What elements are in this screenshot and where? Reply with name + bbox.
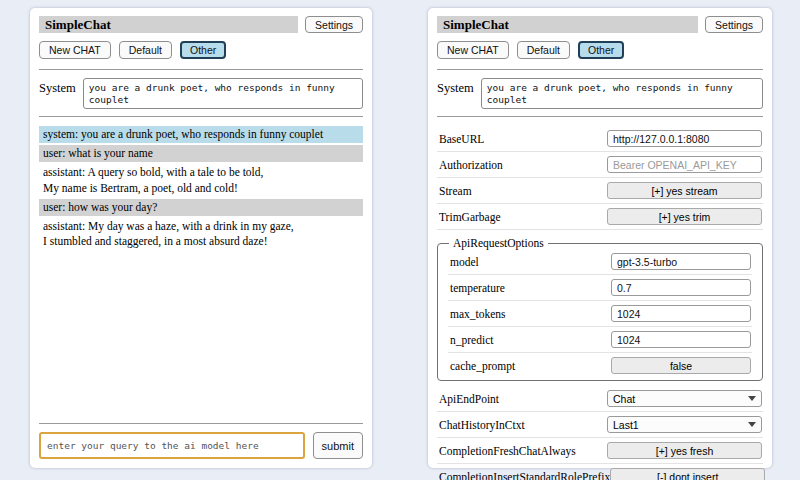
chat-message-system: system: you are a drunk poet, who respon…	[39, 126, 363, 143]
api-endpoint-select[interactable]: Chat	[607, 390, 762, 407]
n-predict-input[interactable]	[611, 331, 751, 348]
completion-fresh-label: CompletionFreshChatAlways	[439, 445, 576, 457]
settings-button-left[interactable]: Settings	[305, 16, 363, 33]
chat-panel: SimpleChat Settings New CHAT Default Oth…	[30, 8, 372, 468]
setting-row-api-endpoint: ApiEndPoint Chat	[437, 386, 763, 412]
completion-insert-toggle-button[interactable]: [-] dont insert	[610, 468, 765, 480]
divider	[437, 69, 763, 70]
stream-label: Stream	[439, 185, 472, 197]
system-prompt-input-right[interactable]	[481, 78, 763, 109]
session-tab-other-right[interactable]: Other	[578, 41, 624, 59]
api-request-options-legend: ApiRequestOptions	[449, 237, 548, 249]
chevron-down-icon	[748, 396, 756, 401]
temperature-input[interactable]	[611, 279, 751, 296]
system-prompt-row: System	[39, 78, 363, 109]
setting-row-temperature: temperature	[448, 275, 752, 301]
chat-log: system: you are a drunk poet, who respon…	[39, 126, 363, 252]
authorization-input[interactable]	[607, 156, 762, 173]
setting-row-cache-prompt: cache_prompt false	[448, 353, 752, 375]
authorization-label: Authorization	[439, 159, 503, 171]
chat-message-user: user: what is your name	[39, 145, 363, 162]
app-title: SimpleChat	[39, 16, 298, 33]
chat-message-user: user: how was your day?	[39, 199, 363, 216]
max-tokens-label: max_tokens	[450, 308, 506, 320]
setting-row-stream: Stream [+] yes stream	[437, 178, 763, 204]
system-prompt-input-left[interactable]	[83, 78, 363, 109]
setting-row-trimgarbage: TrimGarbage [+] yes trim	[437, 204, 763, 230]
max-tokens-input[interactable]	[611, 305, 751, 322]
temperature-label: temperature	[450, 282, 505, 294]
n-predict-label: n_predict	[450, 334, 493, 346]
cache-prompt-toggle-button[interactable]: false	[611, 357, 751, 374]
api-endpoint-selected-value: Chat	[613, 393, 635, 405]
completion-insert-label: CompletionInsertStandardRolePrefix	[439, 471, 610, 480]
chat-history-label: ChatHistoryInCtxt	[439, 419, 525, 431]
page: SimpleChat Settings New CHAT Default Oth…	[0, 0, 800, 480]
chat-history-selected-value: Last1	[613, 419, 639, 431]
completion-fresh-toggle-button[interactable]: [+] yes fresh	[607, 442, 762, 459]
query-row: submit	[39, 432, 363, 459]
settings-button-right[interactable]: Settings	[705, 16, 763, 33]
setting-row-max-tokens: max_tokens	[448, 301, 752, 327]
setting-row-completion-insert: CompletionInsertStandardRolePrefix [-] d…	[437, 464, 763, 480]
baseurl-input[interactable]	[607, 130, 762, 147]
setting-row-authorization: Authorization	[437, 152, 763, 178]
system-label: System	[39, 78, 76, 109]
new-chat-button-left[interactable]: New CHAT	[39, 41, 111, 59]
app-title: SimpleChat	[437, 16, 698, 33]
settings-panel: SimpleChat Settings New CHAT Default Oth…	[428, 8, 772, 468]
divider	[39, 116, 363, 117]
header: SimpleChat Settings	[39, 16, 363, 33]
chat-message-assistant: assistant: A query so bold, with a tale …	[39, 164, 363, 196]
stream-toggle-button[interactable]: [+] yes stream	[607, 182, 762, 199]
session-toolbar: New CHAT Default Other	[437, 41, 763, 59]
baseurl-label: BaseURL	[439, 133, 484, 145]
setting-row-n-predict: n_predict	[448, 327, 752, 353]
setting-row-chat-history: ChatHistoryInCtxt Last1	[437, 412, 763, 438]
system-prompt-row: System	[437, 78, 763, 109]
session-tab-other-left[interactable]: Other	[180, 41, 226, 59]
api-request-options-fieldset: ApiRequestOptions model temperature max_…	[437, 237, 763, 381]
header: SimpleChat Settings	[437, 16, 763, 33]
new-chat-button-right[interactable]: New CHAT	[437, 41, 509, 59]
session-tab-default-left[interactable]: Default	[119, 41, 172, 59]
model-input[interactable]	[611, 253, 751, 270]
setting-row-model: model	[448, 249, 752, 275]
model-label: model	[450, 256, 479, 268]
cache-prompt-label: cache_prompt	[450, 360, 515, 372]
chat-message-assistant: assistant: My day was a haze, with a dri…	[39, 218, 363, 250]
divider	[39, 69, 363, 70]
session-toolbar: New CHAT Default Other	[39, 41, 363, 59]
system-label: System	[437, 78, 474, 109]
chevron-down-icon	[748, 422, 756, 427]
api-endpoint-label: ApiEndPoint	[439, 393, 499, 405]
setting-row-baseurl: BaseURL	[437, 126, 763, 152]
trimgarbage-toggle-button[interactable]: [+] yes trim	[607, 208, 762, 225]
query-input-left[interactable]	[39, 432, 305, 459]
session-tab-default-right[interactable]: Default	[517, 41, 570, 59]
settings-form: BaseURL Authorization Stream [+] yes str…	[437, 126, 763, 480]
setting-row-completion-fresh: CompletionFreshChatAlways [+] yes fresh	[437, 438, 763, 464]
chat-history-select[interactable]: Last1	[607, 416, 762, 433]
divider	[39, 423, 363, 424]
divider	[437, 116, 763, 117]
trimgarbage-label: TrimGarbage	[439, 211, 501, 223]
submit-button-left[interactable]: submit	[313, 432, 363, 459]
